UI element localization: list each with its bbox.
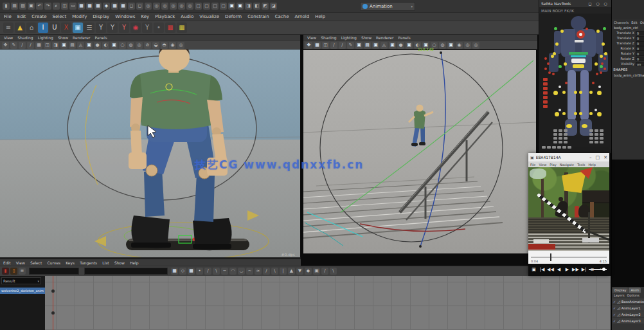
channel-box-object-name[interactable]: body_anim_ctrl [613, 24, 644, 30]
video-window-titlebar[interactable]: ▣ E8A417B14A – □ ✕ [528, 153, 609, 161]
exposure-icon[interactable]: ◉ [169, 42, 176, 49]
picker-control-button[interactable] [579, 112, 582, 115]
unify-tangent-icon[interactable]: \ [213, 268, 220, 275]
select-tool-icon[interactable]: ⌕ [53, 3, 60, 10]
picker-control-button[interactable] [547, 146, 551, 149]
scrubber-playhead[interactable] [550, 253, 551, 261]
channel-value[interactable]: 0 [636, 31, 644, 35]
channel-value[interactable]: 0 [636, 36, 644, 41]
snap-view-icon[interactable]: ▦ [111, 3, 118, 10]
hotbox-icon[interactable]: ▢ [220, 3, 227, 10]
safe-action-icon[interactable]: ▣ [372, 42, 379, 49]
current-time-cursor[interactable] [53, 276, 53, 330]
picker-control-button[interactable] [564, 137, 568, 140]
panel-layout4-icon[interactable]: ◪ [270, 3, 277, 10]
picker-control-button[interactable] [595, 133, 598, 136]
isolate-icon[interactable]: ◉ [456, 42, 463, 49]
picker-control-button[interactable] [571, 55, 586, 57]
texture-icon[interactable]: ◎ [178, 3, 185, 10]
picker-control-button[interactable] [589, 141, 593, 143]
character-icon[interactable]: Υ [96, 23, 106, 33]
menu-item-select[interactable]: Select [53, 14, 67, 19]
menu-item-cache[interactable]: Cache [275, 14, 289, 19]
ao-icon[interactable]: ◍ [127, 42, 134, 49]
ik-handle-icon[interactable]: I [38, 23, 48, 33]
tab-display[interactable]: Display [613, 288, 628, 293]
anim-layer-row[interactable]: ✓◿AnimLayer2 [613, 311, 644, 317]
picker-control-button[interactable] [543, 78, 548, 81]
picker-control-button[interactable] [589, 137, 593, 140]
menu-item-curves[interactable]: Curves [47, 261, 60, 265]
menu-item-show[interactable]: Show [114, 261, 125, 265]
picker-control-button[interactable] [601, 62, 604, 65]
channel-value[interactable]: 0 [636, 57, 644, 61]
gate-mask-icon[interactable]: ▣ [355, 42, 362, 49]
yellow-tool-icon[interactable]: ▦ [177, 23, 187, 33]
menu-item-keys[interactable]: Keys [66, 261, 75, 265]
gamma-icon[interactable]: ◎ [177, 42, 184, 49]
menu-item-edit[interactable]: Edit [3, 261, 11, 265]
stats-value-field[interactable] [84, 268, 168, 275]
menu-item-channels[interactable]: Channels [614, 21, 629, 24]
picker-control-button[interactable] [586, 28, 588, 30]
picker-dock-icon[interactable]: ◻ [587, 1, 593, 7]
graph-outliner-selected-channel[interactable]: wolverine2_skeleton_anim [0, 288, 45, 294]
menu-item-object[interactable]: Object [640, 21, 644, 24]
picker-control-button[interactable] [560, 30, 564, 33]
snap-curve-icon[interactable]: ▦ [86, 3, 93, 10]
character2-icon[interactable]: Υ [107, 23, 118, 33]
picker-control-button[interactable] [543, 87, 548, 90]
menu-item-tools[interactable]: Tools [577, 163, 585, 167]
utility-icon[interactable]: U [49, 23, 60, 33]
anim-list-icon[interactable]: ☰ [84, 23, 94, 33]
picker-canvas[interactable] [539, 14, 611, 153]
light-icon[interactable]: ◎ [170, 3, 177, 10]
scrubber-track[interactable] [531, 257, 607, 258]
picker-control-button[interactable] [559, 86, 561, 88]
aa-icon[interactable]: ◍ [439, 42, 446, 49]
menu-item-modify[interactable]: Modify [72, 14, 87, 19]
ease-out-icon[interactable]: ◡ [238, 268, 245, 275]
grid-icon[interactable]: ▦ [314, 42, 321, 49]
picker-control-button[interactable] [595, 141, 598, 143]
go-end-icon[interactable]: ▶| [580, 266, 587, 274]
picker-control-button[interactable] [565, 82, 568, 84]
menu-item-panels[interactable]: Panels [94, 35, 107, 40]
undo-icon[interactable]: ↶ [36, 3, 43, 10]
menu-item-select[interactable]: Select [30, 261, 42, 265]
picker-control-button[interactable] [600, 137, 604, 140]
picker-control-button[interactable] [595, 129, 598, 132]
keyframe-dot[interactable] [51, 289, 55, 293]
picker-control-button[interactable] [589, 129, 593, 132]
picker-control-button[interactable] [592, 82, 595, 84]
menu-item-deform[interactable]: Deform [225, 14, 242, 19]
pose-icon[interactable]: Υ [142, 23, 152, 33]
resolution-gate-icon[interactable]: ◨ [52, 42, 59, 49]
channel-row[interactable]: Translate Z0 [613, 41, 644, 46]
keyframe-dot[interactable] [51, 311, 55, 315]
menu-item-help[interactable]: Help [315, 14, 325, 19]
picker-control-button[interactable] [557, 146, 561, 149]
picker-control-button[interactable] [553, 129, 557, 132]
menu-item-navigate[interactable]: Navigate [560, 163, 574, 167]
safe-action-icon[interactable]: ◬ [77, 42, 84, 49]
picker-control-button[interactable] [552, 146, 556, 149]
spline-tangent-icon[interactable]: ▦ [171, 268, 178, 275]
picker-control-button[interactable] [548, 71, 551, 74]
picker-control-button[interactable] [595, 109, 597, 111]
step-forward-icon[interactable]: ▶▶ [572, 266, 579, 274]
picker-control-button[interactable] [589, 91, 593, 94]
channel-value[interactable]: 0 [636, 46, 644, 51]
snap-point-icon[interactable]: ▦ [94, 3, 102, 10]
xray-icon[interactable]: ◒ [152, 42, 159, 49]
textured-icon[interactable]: ◐ [102, 42, 109, 49]
dot-icon[interactable]: • [196, 268, 203, 275]
input-icon[interactable]: ◻ [128, 3, 135, 10]
ipr-render-icon[interactable]: ◎ [153, 3, 160, 10]
picker-control-button[interactable] [604, 57, 606, 60]
menu-item-show[interactable]: Show [58, 35, 68, 40]
render-settings-icon[interactable]: ◎ [161, 3, 168, 10]
picker-control-button[interactable] [562, 146, 566, 149]
output-icon[interactable]: ◻ [136, 3, 143, 10]
video-scrubber[interactable]: 0:04 4:15 [528, 251, 609, 264]
